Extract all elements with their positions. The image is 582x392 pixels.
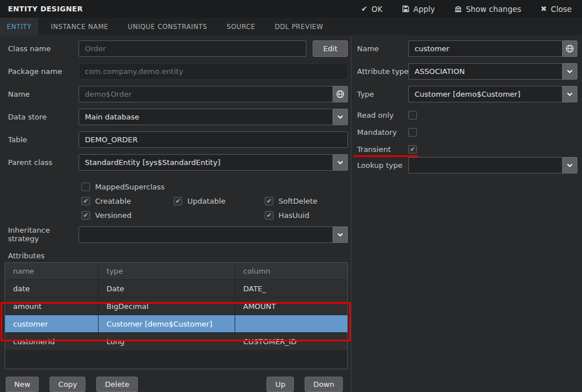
- title-bar: ENTITY DESIGNER ✔ OK Apply Show changes …: [0, 0, 582, 18]
- attr-type-row: Type Customer [demo$Customer]: [357, 86, 577, 102]
- chevron-down-icon: [333, 154, 348, 171]
- entity-panel: Class name Order Edit Package name com.c…: [0, 35, 351, 392]
- table-row[interactable]: date Date DATE_: [5, 280, 347, 298]
- data-store-select[interactable]: Main database: [79, 109, 348, 125]
- attribute-type-select[interactable]: ASSOCIATION: [408, 63, 577, 80]
- attributes-toolbar: New Copy Delete Up Down: [6, 377, 343, 392]
- tab-bar: ENTITY INSTANCE NAME UNIQUE CONSTRAINTS …: [0, 18, 582, 35]
- chevron-down-icon: [333, 226, 348, 243]
- globe-icon: [565, 44, 574, 53]
- tab-source[interactable]: SOURCE: [220, 18, 262, 35]
- bank-icon: [454, 5, 462, 13]
- updatable-checkbox[interactable]: [174, 197, 182, 205]
- table-row-selected[interactable]: customer Customer [demo$Customer]: [5, 315, 347, 333]
- table-row[interactable]: customerId Long CUSTOMER_ID: [5, 333, 347, 350]
- tab-instance-name[interactable]: INSTANCE NAME: [44, 18, 115, 35]
- entity-traits: MappedSuperclass Creatable Updatable Sof…: [0, 182, 351, 226]
- tab-ddl-preview[interactable]: DDL PREVIEW: [268, 18, 330, 35]
- ok-button[interactable]: ✔ OK: [361, 5, 382, 14]
- attr-type-select[interactable]: Customer [demo$Customer]: [408, 86, 577, 102]
- chevron-down-icon: [333, 109, 348, 125]
- attr-name-label: Name: [357, 44, 408, 53]
- attribute-type-row: Attribute type ASSOCIATION: [357, 63, 577, 80]
- table-empty-area: [5, 350, 347, 369]
- move-down-button[interactable]: Down: [305, 377, 343, 392]
- column-header-type[interactable]: type: [99, 263, 235, 279]
- data-store-label: Data store: [8, 113, 79, 121]
- transient-row: Transient: [357, 145, 577, 154]
- inheritance-strategy-label: Inheritance strategy: [8, 226, 79, 243]
- mandatory-label: Mandatory: [357, 128, 408, 137]
- transient-checkbox[interactable]: [408, 145, 417, 154]
- chevron-down-icon: [562, 63, 577, 80]
- save-icon: [402, 5, 409, 13]
- entity-editor: Class name Order Edit Package name com.c…: [0, 35, 582, 392]
- updatable-label: Updatable: [187, 197, 226, 205]
- globe-icon: [336, 90, 345, 98]
- delete-attribute-button[interactable]: Delete: [96, 377, 138, 392]
- copy-attribute-button[interactable]: Copy: [50, 377, 85, 392]
- apply-button[interactable]: Apply: [402, 5, 435, 14]
- creatable-checkbox[interactable]: [81, 197, 90, 205]
- read-only-row: Read only: [357, 110, 577, 119]
- attribute-type-label: Attribute type: [357, 67, 408, 76]
- mapped-superclass-checkbox[interactable]: [81, 183, 90, 191]
- creatable-label: Creatable: [95, 197, 131, 205]
- package-name-input[interactable]: com.company.demo.entity: [79, 63, 348, 80]
- has-uuid-checkbox[interactable]: [265, 211, 273, 220]
- attributes-table-header: name type column: [5, 263, 347, 280]
- localize-button[interactable]: [333, 86, 348, 102]
- column-header-name[interactable]: name: [5, 263, 99, 279]
- lookup-type-row: Lookup type: [357, 157, 577, 174]
- move-up-button[interactable]: Up: [267, 377, 294, 392]
- tab-entity[interactable]: ENTITY: [0, 18, 38, 35]
- attr-type-label: Type: [357, 90, 408, 98]
- attributes-section-label: Attributes: [8, 251, 351, 261]
- table-label: Table: [8, 135, 79, 144]
- table-row-field: Table DEMO_ORDER: [8, 131, 348, 148]
- show-changes-button[interactable]: Show changes: [454, 5, 521, 14]
- class-name-row: Class name Order Edit: [8, 40, 348, 57]
- window-title: ENTITY DESIGNER: [8, 5, 83, 13]
- versioned-label: Versioned: [95, 211, 132, 220]
- read-only-checkbox[interactable]: [408, 111, 417, 119]
- chevron-down-icon: [562, 157, 577, 174]
- lookup-type-select[interactable]: [408, 157, 577, 174]
- entity-name-label: Name: [8, 90, 79, 98]
- read-only-label: Read only: [357, 111, 408, 119]
- entity-name-input[interactable]: demo$Order: [79, 86, 333, 102]
- parent-class-label: Parent class: [8, 158, 79, 167]
- column-header-column[interactable]: column: [235, 263, 347, 279]
- mandatory-checkbox[interactable]: [408, 128, 417, 137]
- attribute-panel: Name customer Attribute type ASSOCIATION: [351, 35, 582, 392]
- parent-class-select[interactable]: StandardEntity [sys$StandardEntity]: [79, 154, 348, 171]
- soft-delete-checkbox[interactable]: [265, 197, 273, 205]
- tab-unique-constraints[interactable]: UNIQUE CONSTRAINTS: [121, 18, 214, 35]
- lookup-type-label: Lookup type: [357, 161, 408, 170]
- entity-name-row: Name demo$Order: [8, 86, 348, 102]
- class-name-input[interactable]: Order: [79, 40, 306, 57]
- close-icon: ✖: [540, 5, 547, 13]
- transient-label: Transient: [357, 145, 408, 154]
- mapped-superclass-label: MappedSuperclass: [95, 183, 165, 191]
- attr-name-row: Name customer: [357, 40, 577, 57]
- window-actions: ✔ OK Apply Show changes ✖ Close: [361, 5, 572, 14]
- inheritance-strategy-select[interactable]: [79, 226, 348, 243]
- package-name-label: Package name: [8, 67, 79, 76]
- check-icon: ✔: [361, 5, 367, 13]
- package-name-row: Package name com.company.demo.entity: [8, 63, 348, 80]
- edit-class-button[interactable]: Edit: [313, 40, 348, 57]
- has-uuid-label: HasUuid: [278, 211, 309, 220]
- close-button[interactable]: ✖ Close: [540, 5, 572, 14]
- data-store-row: Data store Main database: [8, 109, 348, 125]
- table-row[interactable]: amount BigDecimal AMOUNT: [5, 298, 347, 315]
- table-input[interactable]: DEMO_ORDER: [79, 131, 348, 148]
- parent-class-row: Parent class StandardEntity [sys$Standar…: [8, 154, 348, 171]
- versioned-checkbox[interactable]: [81, 211, 90, 220]
- attr-name-input[interactable]: customer: [408, 40, 562, 57]
- inheritance-strategy-row: Inheritance strategy: [8, 226, 348, 243]
- localize-button[interactable]: [562, 40, 577, 57]
- new-attribute-button[interactable]: New: [6, 377, 39, 392]
- class-name-label: Class name: [8, 44, 79, 53]
- attributes-table: name type column date Date DATE_ amount …: [5, 262, 348, 369]
